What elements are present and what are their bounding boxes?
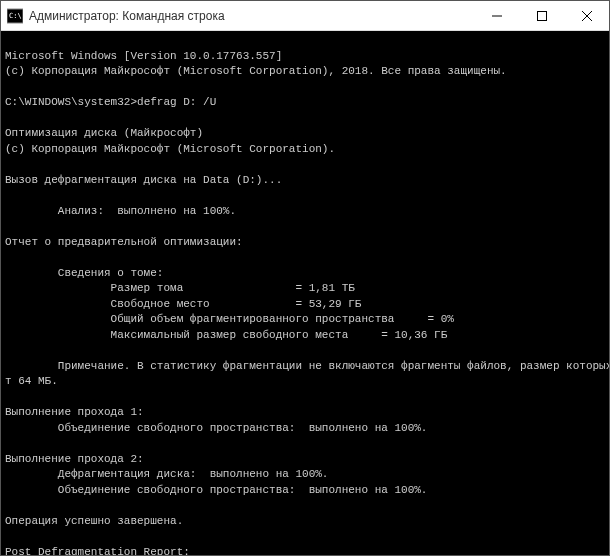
svg-text:C:\: C:\: [9, 12, 22, 20]
window-controls: [474, 1, 609, 30]
console-line: (c) Корпорация Майкрософт (Microsoft Cor…: [5, 65, 507, 77]
console-line: Выполнение прохода 2:: [5, 453, 144, 465]
console-line: Размер тома = 1,81 ТБ: [5, 282, 355, 294]
console-line: Сведения о томе:: [5, 267, 163, 279]
console-line: Post Defragmentation Report:: [5, 546, 190, 556]
close-button[interactable]: [564, 1, 609, 30]
svg-rect-3: [537, 11, 546, 20]
console-line: Максимальный размер свободного места = 1…: [5, 329, 447, 341]
maximize-button[interactable]: [519, 1, 564, 30]
console-line: Анализ: выполнено на 100%.: [5, 205, 236, 217]
console-line: Дефрагментация диска: выполнено на 100%.: [5, 468, 328, 480]
console-line: Microsoft Windows [Version 10.0.17763.55…: [5, 50, 282, 62]
cmd-icon: C:\: [7, 8, 23, 24]
console-output[interactable]: Microsoft Windows [Version 10.0.17763.55…: [1, 31, 609, 555]
console-line: Объединение свободного пространства: вып…: [5, 484, 427, 496]
command: defrag D: /U: [137, 95, 216, 111]
prompt: C:\WINDOWS\system32>: [5, 95, 137, 111]
console-line: Отчет о предварительной оптимизации:: [5, 236, 243, 248]
titlebar[interactable]: C:\ Администратор: Командная строка: [1, 1, 609, 31]
console-line: Оптимизация диска (Майкрософт): [5, 127, 203, 139]
console-line: т 64 МБ.: [5, 375, 58, 387]
console-line: Объединение свободного пространства: вып…: [5, 422, 427, 434]
console-line: Свободное место = 53,29 ГБ: [5, 298, 361, 310]
console-line: Выполнение прохода 1:: [5, 406, 144, 418]
console-line: Общий объем фрагментированного пространс…: [5, 313, 454, 325]
window: C:\ Администратор: Командная строка Micr…: [0, 0, 610, 556]
minimize-button[interactable]: [474, 1, 519, 30]
console-line: Примечание. В статистику фрагментации не…: [5, 360, 609, 372]
console-line: (c) Корпорация Майкрософт (Microsoft Cor…: [5, 143, 335, 155]
window-title: Администратор: Командная строка: [29, 9, 474, 23]
console-line: Вызов дефрагментация диска на Data (D:).…: [5, 174, 282, 186]
console-line: Операция успешно завершена.: [5, 515, 183, 527]
